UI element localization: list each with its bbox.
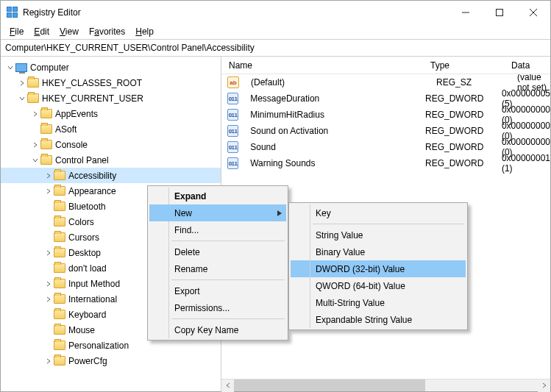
ctx-label: Find... [174, 225, 199, 235]
value-name: Warning Sounds [243, 158, 422, 168]
ctx-separator [313, 224, 464, 224]
ctx-copy-key-name[interactable]: Copy Key Name [149, 321, 286, 338]
folder-icon [54, 202, 65, 211]
ctx-new[interactable]: New [149, 204, 286, 221]
value-type: REG_DWORD [422, 110, 499, 120]
menu-file[interactable]: File [5, 25, 28, 38]
menubar: File Edit View Favorites Help [1, 24, 550, 39]
ctx-delete[interactable]: Delete [149, 243, 286, 260]
tree-label: Computer [30, 63, 75, 73]
ctx-separator [171, 279, 285, 280]
ctx-new-expandstring[interactable]: Expandable String Value [291, 311, 466, 328]
address-bar[interactable]: Computer\HKEY_CURRENT_USER\Control Panel… [1, 39, 550, 57]
ctx-new-binary[interactable]: Binary Value [291, 243, 466, 260]
chevron-right-icon[interactable] [30, 111, 40, 117]
menu-favorites[interactable]: Favorites [85, 25, 129, 38]
menu-edit[interactable]: Edit [29, 25, 54, 38]
horizontal-scrollbar[interactable] [221, 379, 550, 391]
ctx-export[interactable]: Export [149, 282, 286, 299]
chevron-right-icon[interactable] [17, 80, 27, 86]
titlebar[interactable]: Registry Editor [1, 1, 550, 24]
tree-console[interactable]: Console [1, 137, 221, 152]
chevron-down-icon[interactable] [17, 96, 27, 101]
value-name: Sound [243, 142, 422, 152]
chevron-right-icon[interactable] [30, 142, 40, 148]
folder-icon [54, 186, 65, 196]
menu-help[interactable]: Help [131, 25, 158, 38]
tree-accessibility[interactable]: Accessibility [1, 168, 221, 183]
ctx-separator [171, 240, 285, 241]
chevron-right-icon[interactable] [43, 250, 54, 256]
ctx-new-multistring[interactable]: Multi-String Value [291, 294, 466, 311]
tree-label: HKEY_CURRENT_USER [42, 93, 149, 104]
list-row[interactable]: 011Warning SoundsREG_DWORD0x00000001 (1) [221, 155, 550, 171]
list-header: Name Type Data [221, 57, 550, 74]
chevron-right-icon[interactable] [43, 296, 54, 302]
folder-icon [54, 171, 65, 180]
chevron-right-icon[interactable] [43, 188, 54, 194]
ctx-label: QWORD (64-bit) Value [316, 281, 405, 291]
ctx-permissions[interactable]: Permissions... [149, 299, 286, 316]
maximize-button[interactable] [483, 1, 516, 24]
context-menu[interactable]: Expand New Find... Delete Rename Export … [147, 185, 288, 341]
window-title: Registry Editor [23, 7, 449, 18]
ctx-label: Key [316, 208, 331, 218]
chevron-down-icon[interactable] [5, 65, 15, 71]
folder-icon [54, 294, 65, 304]
ctx-label: Expand [174, 191, 206, 202]
minimize-button[interactable] [449, 1, 483, 24]
scroll-track[interactable] [234, 379, 538, 391]
tree-label: Accessibility [68, 171, 122, 181]
tree-control-panel[interactable]: Control Panel [1, 152, 221, 168]
tree-label: Keyboard [68, 310, 112, 320]
value-type: REG_SZ [433, 77, 514, 88]
ctx-new-key[interactable]: Key [291, 204, 466, 221]
ctx-label: Copy Key Name [174, 325, 238, 335]
folder-icon [54, 356, 65, 366]
tree-label: Bluetooth [68, 202, 112, 212]
column-header-data[interactable]: Data [508, 60, 550, 71]
tree-label: Personalization [68, 341, 135, 351]
folder-icon [27, 78, 39, 88]
tree-root-computer[interactable]: Computer [1, 60, 221, 75]
tree-label: PowerCfg [68, 356, 113, 366]
tree-hkcr[interactable]: HKEY_CLASSES_ROOT [1, 75, 221, 90]
chevron-down-icon[interactable] [30, 157, 40, 163]
column-header-type[interactable]: Type [427, 60, 508, 71]
tree-label: Desktop [68, 248, 107, 258]
ctx-new-qword[interactable]: QWORD (64-bit) Value [291, 277, 466, 294]
ctx-expand[interactable]: Expand [149, 188, 286, 204]
scroll-left-icon[interactable] [221, 379, 234, 392]
folder-icon [54, 279, 65, 288]
ctx-rename[interactable]: Rename [149, 260, 286, 277]
tree-appevents[interactable]: AppEvents [1, 106, 221, 121]
tree-label: AppEvents [55, 109, 104, 119]
tree-hkcu[interactable]: HKEY_CURRENT_USER [1, 90, 221, 106]
menu-view[interactable]: View [55, 25, 83, 38]
folder-icon [54, 232, 65, 242]
chevron-right-icon[interactable] [43, 173, 54, 179]
folder-icon [27, 93, 39, 103]
tree-asoft[interactable]: ASoft [1, 121, 221, 137]
scroll-thumb[interactable] [234, 379, 425, 391]
address-text: Computer\HKEY_CURRENT_USER\Control Panel… [5, 43, 255, 53]
folder-icon [54, 217, 65, 227]
ctx-new-dword[interactable]: DWORD (32-bit) Value [291, 260, 466, 277]
scroll-right-icon[interactable] [538, 379, 550, 392]
close-button[interactable] [516, 1, 550, 24]
ctx-new-string[interactable]: String Value [291, 227, 466, 243]
ctx-find[interactable]: Find... [149, 221, 286, 238]
value-name: MinimumHitRadius [243, 110, 422, 120]
folder-icon [54, 341, 65, 350]
binary-value-icon: 011 [227, 125, 238, 137]
value-type: REG_DWORD [422, 142, 499, 152]
tree-powercfg[interactable]: PowerCfg [1, 353, 221, 368]
value-type: REG_DWORD [422, 93, 499, 104]
binary-value-icon: 011 [227, 157, 238, 169]
column-header-name[interactable]: Name [221, 60, 427, 71]
context-submenu-new[interactable]: Key String Value Binary Value DWORD (32-… [288, 202, 468, 330]
chevron-right-icon[interactable] [43, 358, 54, 364]
folder-icon [54, 310, 65, 319]
chevron-right-icon[interactable] [43, 281, 54, 287]
folder-icon [54, 263, 65, 273]
